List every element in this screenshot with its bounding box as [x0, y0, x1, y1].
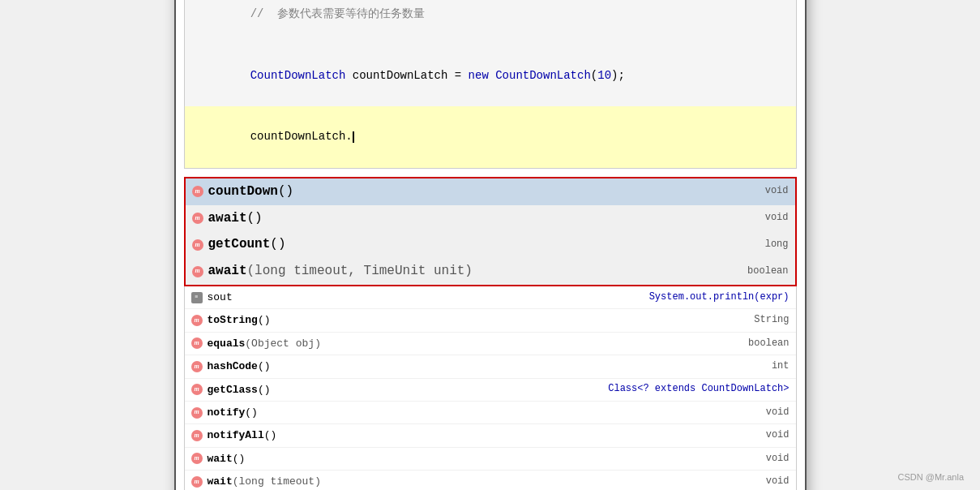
item-type: Class<? extends CountDownLatch>: [608, 380, 789, 398]
method-icon: m: [191, 337, 203, 349]
ac-item-hashcode[interactable]: m hashCode() int: [185, 355, 796, 378]
method-type: void: [732, 209, 789, 227]
method-name: await(long timeout, TimeUnit unit): [208, 260, 732, 283]
method-type: boolean: [732, 263, 789, 281]
method-icon: m: [191, 430, 203, 441]
method-icon: m: [192, 266, 203, 277]
ac-item-getclass[interactable]: m getClass() Class<? extends CountDownLa…: [185, 379, 796, 402]
method-name: getCount(): [208, 233, 732, 256]
screenshot-container: // 参数代表需要等待的任务数量 CountDownLatch countDow…: [0, 0, 980, 490]
item-name: equals(Object obj): [208, 334, 733, 353]
code-editor[interactable]: // 参数代表需要等待的任务数量 CountDownLatch countDow…: [184, 0, 797, 169]
method-icon: m: [191, 384, 203, 395]
method-icon: m: [191, 476, 203, 488]
editor-window: // 参数代表需要等待的任务数量 CountDownLatch countDow…: [174, 0, 807, 490]
item-type: String: [733, 312, 790, 329]
method-name: await(): [208, 207, 732, 230]
item-name: sout: [208, 288, 649, 307]
watermark: CSDN @Mr.anla: [898, 472, 964, 482]
item-type: void: [733, 473, 790, 490]
ac-item-equals[interactable]: m equals(Object obj) boolean: [185, 333, 796, 355]
comment-text: // 参数代表需要等待的任务数量: [250, 7, 426, 20]
item-type: void: [733, 450, 790, 468]
cursor: [353, 131, 354, 143]
ac-item-notify[interactable]: m notify() void: [185, 402, 796, 424]
code-line-1: CountDownLatch countDownLatch = new Coun…: [196, 45, 785, 107]
ac-item-wait2[interactable]: m wait(long timeout) void: [185, 471, 796, 490]
watermark-text: CSDN @Mr.anla: [898, 472, 964, 482]
item-name: hashCode(): [208, 357, 733, 376]
autocomplete-list: ≡ sout System.out.println(expr) m toStri…: [184, 286, 797, 490]
item-description: System.out.println(expr): [649, 289, 790, 307]
ac-item-countdown[interactable]: m countDown() void: [186, 178, 795, 205]
item-name: wait(long timeout): [208, 472, 733, 490]
ac-item-tostring[interactable]: m toString() String: [185, 309, 796, 332]
method-icon: m: [191, 315, 203, 326]
item-type: int: [733, 358, 790, 376]
method-type: long: [732, 236, 789, 254]
method-icon: m: [192, 239, 203, 251]
item-name: notifyAll(): [208, 426, 733, 445]
ac-item-getcount[interactable]: m getCount() long: [186, 231, 795, 258]
item-name: toString(): [208, 311, 733, 329]
item-name: notify(): [208, 403, 733, 422]
method-icon: m: [191, 453, 203, 464]
ac-item-wait1[interactable]: m wait() void: [185, 448, 796, 471]
item-name: getClass(): [208, 380, 609, 399]
method-icon: m: [192, 186, 203, 197]
code-line-cursor: countDownLatch.: [185, 106, 796, 168]
item-name: wait(): [208, 449, 733, 468]
item-type: boolean: [733, 335, 790, 353]
method-icon: m: [191, 407, 203, 419]
method-type: void: [732, 183, 789, 200]
code-line-comment: // 参数代表需要等待的任务数量: [196, 0, 785, 45]
method-icon: m: [192, 213, 203, 224]
item-type: void: [733, 404, 790, 422]
ac-item-notifyall[interactable]: m notifyAll() void: [185, 424, 796, 447]
autocomplete-highlighted: m countDown() void m await() void m getC…: [184, 177, 797, 286]
method-name: countDown(): [208, 180, 732, 204]
live-template-icon: ≡: [191, 292, 203, 303]
method-icon: m: [191, 361, 203, 372]
ac-item-await1[interactable]: m await() void: [186, 205, 795, 232]
item-type: void: [733, 427, 790, 445]
ac-item-await2[interactable]: m await(long timeout, TimeUnit unit) boo…: [186, 258, 795, 285]
ac-item-sout[interactable]: ≡ sout System.out.println(expr): [185, 286, 796, 309]
